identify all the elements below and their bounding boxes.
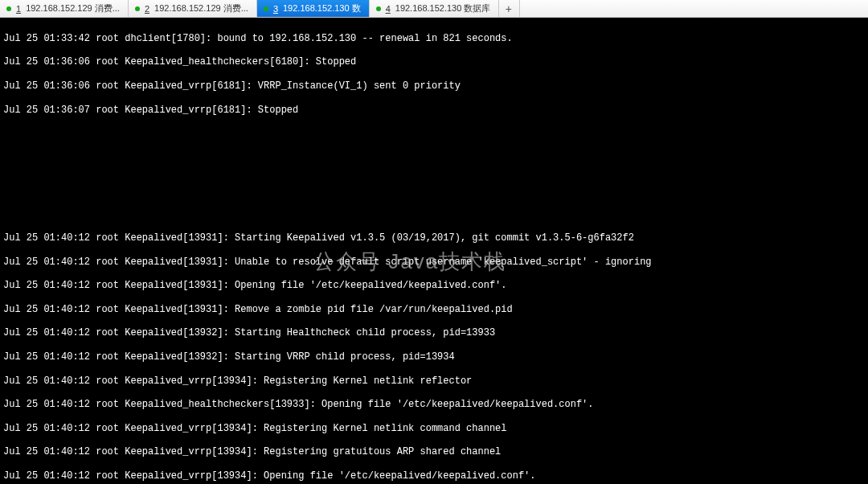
log-line: Jul 25 01:40:12 root Keepalived_vrrp[139… <box>3 423 865 435</box>
status-dot-icon <box>376 6 381 11</box>
log-line: Jul 25 01:40:12 root Keepalived[13931]: … <box>3 256 865 269</box>
tab-index: 4 <box>386 4 391 14</box>
log-line: Jul 25 01:36:07 root Keepalived_vrrp[618… <box>3 105 865 117</box>
log-line: Jul 25 01:40:12 root Keepalived_vrrp[139… <box>3 446 865 458</box>
tab-index: 2 <box>145 4 149 14</box>
tab-3[interactable]: 3 192.168.152.130 数 <box>257 0 370 17</box>
terminal-output[interactable]: Jul 25 01:33:42 root dhclient[1780]: bou… <box>0 18 868 484</box>
tab-index: 1 <box>16 4 21 14</box>
log-line: Jul 25 01:40:12 root Keepalived_vrrp[139… <box>3 375 865 388</box>
blank-gap <box>3 128 865 220</box>
tab-2[interactable]: 2 192.168.152.129 消费... <box>129 0 257 17</box>
plus-icon: + <box>506 2 512 15</box>
log-line: Jul 25 01:33:42 root dhclient[1780]: bou… <box>3 33 865 45</box>
tab-4[interactable]: 4 192.168.152.130 数据库 <box>370 0 500 17</box>
log-line: Jul 25 01:36:06 root Keepalived_healthch… <box>3 56 865 68</box>
log-line: Jul 25 01:40:12 root Keepalived[13931]: … <box>3 232 865 244</box>
tab-index: 3 <box>273 4 278 14</box>
status-dot-icon <box>6 6 11 11</box>
log-line: Jul 25 01:40:12 root Keepalived[13931]: … <box>3 280 865 292</box>
log-line: Jul 25 01:36:06 root Keepalived_vrrp[618… <box>3 80 865 92</box>
tab-label: 192.168.152.130 数 <box>283 2 361 14</box>
log-line: Jul 25 01:40:12 root Keepalived_healthch… <box>3 399 865 411</box>
tab-label: 192.168.152.130 数据库 <box>395 2 491 14</box>
tab-label: 192.168.152.129 消费... <box>154 2 248 14</box>
tab-label: 192.168.152.129 消费... <box>26 2 120 14</box>
new-tab-button[interactable]: + <box>499 0 520 17</box>
tab-bar: 1 192.168.152.129 消费... 2 192.168.152.12… <box>0 0 868 18</box>
log-line: Jul 25 01:40:12 root Keepalived[13932]: … <box>3 351 865 363</box>
status-dot-icon <box>264 6 268 11</box>
log-line: Jul 25 01:40:12 root Keepalived_vrrp[139… <box>3 470 865 482</box>
tab-1[interactable]: 1 192.168.152.129 消费... <box>0 0 129 17</box>
log-line: Jul 25 01:40:12 root Keepalived[13931]: … <box>3 304 865 316</box>
status-dot-icon <box>135 6 140 11</box>
log-line: Jul 25 01:40:12 root Keepalived[13932]: … <box>3 327 865 339</box>
